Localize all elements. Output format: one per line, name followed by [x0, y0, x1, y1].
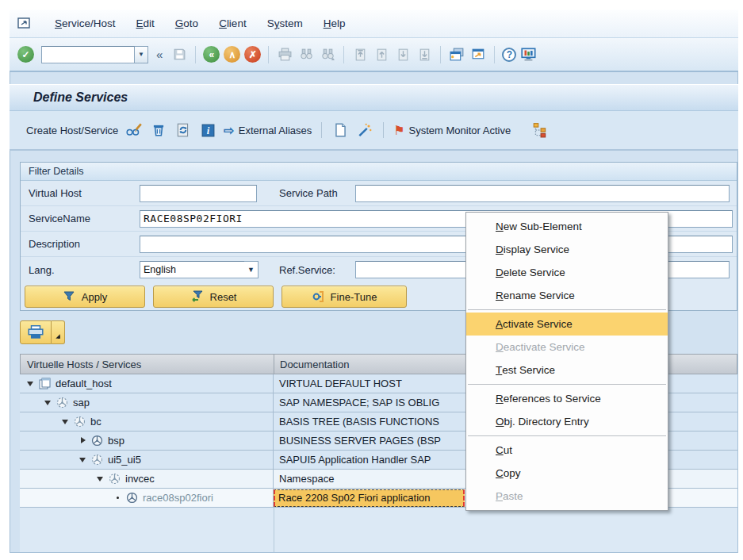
menu-system[interactable]: System — [267, 17, 303, 29]
expander-closed-icon[interactable] — [77, 435, 89, 447]
language-value[interactable] — [140, 261, 244, 278]
find-icon[interactable] — [297, 46, 315, 63]
display-change-icon[interactable] — [125, 121, 143, 139]
menu-item-display-service[interactable]: Display Service — [466, 238, 668, 261]
reset-button[interactable]: Reset — [153, 286, 274, 308]
hierarchy-icon[interactable] — [531, 121, 549, 139]
virtual-host-label: Virtual Host — [29, 187, 140, 199]
table-empty-area — [20, 508, 737, 552]
tree-node-label[interactable]: ui5_ui5 — [108, 454, 141, 466]
apptoolbar-separator — [321, 122, 322, 138]
service-path-input[interactable] — [355, 185, 730, 202]
menu-separator — [466, 382, 668, 387]
info-icon[interactable]: i — [199, 121, 216, 139]
command-input[interactable] — [41, 46, 135, 63]
documentation-cell[interactable]: BASIS TREE (BASIS FUNCTIONS — [279, 416, 439, 428]
document-icon[interactable] — [331, 121, 349, 139]
wizard-wand-icon[interactable] — [356, 121, 373, 139]
enter-icon[interactable]: ✓ — [17, 46, 34, 63]
print-icon[interactable] — [276, 46, 293, 63]
menu-client[interactable]: Client — [219, 17, 247, 29]
delete-icon[interactable] — [150, 121, 167, 139]
menu-separator — [466, 307, 668, 313]
menu-item-deactivate-service: Deactivate Service — [466, 336, 668, 359]
menu-separator — [466, 433, 668, 439]
menu-item-paste: Paste — [466, 485, 668, 508]
refresh-icon[interactable] — [174, 121, 192, 139]
menu-item-delete-service[interactable]: Delete Service — [466, 261, 668, 284]
next-page-icon[interactable] — [394, 46, 412, 63]
menu-help[interactable]: Help — [324, 17, 346, 29]
expander-open-icon[interactable] — [42, 397, 54, 408]
hosts-services-column-header[interactable]: Virtuelle Hosts / Services — [21, 355, 274, 374]
create-shortcut-icon[interactable] — [469, 46, 487, 63]
menu-edit[interactable]: Edit — [136, 17, 155, 29]
menu-item-rename-service[interactable]: Rename Service — [466, 284, 668, 307]
cancel-icon[interactable]: ✗ — [244, 46, 261, 63]
selected-documentation-cell[interactable]: Race 2208 Sp02 Fiori application — [274, 489, 465, 507]
funnel-icon — [63, 290, 75, 303]
service-icon-inactive — [73, 415, 87, 428]
system-monitor-active-button[interactable]: System Monitor Active — [409, 125, 511, 136]
print-button[interactable] — [20, 320, 52, 344]
leaf-bullet-icon — [112, 492, 124, 504]
menu-item-copy[interactable]: Copy — [466, 462, 668, 485]
fine-tune-button[interactable]: Fine-Tune — [281, 286, 407, 308]
documentation-cell[interactable]: Namespace — [279, 473, 334, 485]
documentation-cell[interactable]: BUSINESS SERVER PAGES (BSP — [279, 435, 441, 447]
menu-item-new-sub-element[interactable]: New Sub-Element — [466, 215, 668, 238]
system-monitor-flag-icon: ⚑ — [393, 123, 404, 138]
menu-item-references-to-service[interactable]: References to Service — [466, 387, 668, 410]
toolbar-separator — [440, 46, 441, 63]
first-page-icon[interactable] — [351, 46, 369, 63]
expander-open-icon[interactable] — [25, 378, 36, 389]
documentation-cell[interactable]: SAPUI5 Application Handler SAP — [279, 454, 431, 466]
virtual-host-input[interactable] — [140, 185, 257, 202]
apply-button[interactable]: Apply — [25, 286, 145, 308]
virtual-host-row: Virtual Host Service Path — [21, 181, 737, 206]
menu-service-host[interactable]: Service/Host — [55, 17, 116, 29]
printer-icon — [27, 324, 44, 340]
tree-node-label[interactable]: bc — [90, 416, 101, 428]
menu-goto[interactable]: Goto — [175, 17, 198, 29]
documentation-cell[interactable]: VIRTUAL DEFAULT HOST — [279, 378, 402, 389]
tree-node-label[interactable]: default_host — [56, 378, 112, 389]
language-select[interactable]: ▼ — [140, 261, 259, 278]
tree-node-label[interactable]: bsp — [108, 435, 124, 447]
external-aliases-arrow-icon: ⇨ — [224, 123, 234, 138]
command-dropdown-icon[interactable]: ▼ — [135, 46, 148, 63]
documentation-cell[interactable]: SAP NAMESPACE; SAP IS OBLIG — [279, 397, 439, 408]
service-icon-active — [125, 491, 140, 504]
back-icon[interactable]: « — [203, 46, 220, 63]
expander-open-icon[interactable] — [77, 454, 89, 466]
new-session-icon[interactable] — [448, 46, 465, 63]
system-menu-icon[interactable] — [17, 17, 31, 29]
menu-item-activate-service[interactable]: Activate Service — [466, 313, 668, 336]
menu-item-test-service[interactable]: Test Service — [466, 359, 668, 382]
customize-layout-icon[interactable] — [520, 46, 538, 63]
menu-item-cut[interactable]: Cut — [466, 439, 668, 462]
svg-text:i: i — [207, 125, 210, 136]
create-host-service-button[interactable]: Create Host/Service — [26, 125, 118, 136]
tree-node-label[interactable]: sap — [73, 397, 90, 408]
last-page-icon[interactable] — [416, 46, 433, 63]
tree-node-label[interactable]: race08sp02fiori — [143, 492, 213, 504]
expander-open-icon[interactable] — [59, 416, 71, 428]
collapse-command-icon[interactable]: « — [152, 48, 167, 61]
find-next-icon[interactable] — [319, 46, 336, 63]
service-icon-inactive — [108, 472, 122, 485]
exit-icon[interactable]: ∧ — [224, 46, 240, 63]
chevron-down-icon[interactable]: ▼ — [244, 261, 259, 278]
expander-open-icon[interactable] — [94, 473, 106, 485]
toolbar-separator — [494, 46, 495, 63]
print-options-dropdown[interactable] — [52, 320, 65, 344]
save-icon[interactable] — [170, 46, 188, 63]
previous-page-icon[interactable] — [373, 46, 390, 63]
external-aliases-button[interactable]: External Aliases — [239, 125, 312, 136]
command-field[interactable]: ▼ — [41, 46, 148, 63]
tree-node-label[interactable]: invcec — [125, 473, 155, 485]
help-icon[interactable]: ? — [502, 48, 516, 62]
menu-item-obj-directory-entry[interactable]: Obj. Directory Entry — [466, 410, 668, 433]
page-title: Define Services — [33, 90, 128, 105]
description-label: Description — [29, 238, 140, 250]
